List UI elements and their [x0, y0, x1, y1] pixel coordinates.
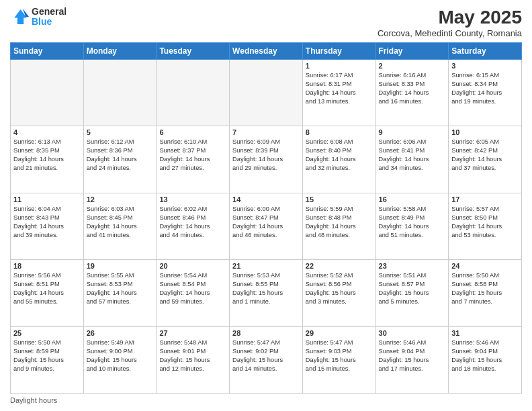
calendar-cell: 1Sunrise: 6:17 AMSunset: 8:31 PMDaylight… [302, 60, 375, 126]
calendar-cell: 7Sunrise: 6:09 AMSunset: 8:39 PMDaylight… [230, 126, 303, 193]
day-number: 9 [379, 128, 446, 136]
day-number: 3 [451, 62, 519, 70]
calendar-cell: 21Sunrise: 5:53 AMSunset: 8:55 PMDayligh… [230, 260, 303, 326]
calendar-cell: 27Sunrise: 5:48 AMSunset: 9:01 PMDayligh… [157, 326, 230, 393]
day-info: Sunrise: 6:16 AMSunset: 8:33 PMDaylight:… [379, 71, 446, 106]
calendar-cell: 8Sunrise: 6:08 AMSunset: 8:40 PMDaylight… [302, 126, 375, 193]
day-number: 28 [232, 329, 300, 337]
calendar-week-row: 1Sunrise: 6:17 AMSunset: 8:31 PMDaylight… [11, 60, 522, 126]
day-number: 31 [451, 329, 519, 337]
day-info: Sunrise: 5:58 AMSunset: 8:49 PMDaylight:… [379, 205, 446, 240]
calendar-cell: 14Sunrise: 6:00 AMSunset: 8:47 PMDayligh… [230, 193, 303, 259]
day-number: 24 [451, 262, 519, 270]
calendar-cell: 3Sunrise: 6:15 AMSunset: 8:34 PMDaylight… [449, 60, 522, 126]
calendar-cell: 31Sunrise: 5:46 AMSunset: 9:04 PMDayligh… [449, 326, 522, 393]
day-info: Sunrise: 5:55 AMSunset: 8:53 PMDaylight:… [87, 271, 154, 306]
calendar-cell: 6Sunrise: 6:10 AMSunset: 8:37 PMDaylight… [157, 126, 230, 193]
day-number: 14 [232, 195, 300, 203]
calendar-cell: 17Sunrise: 5:57 AMSunset: 8:50 PMDayligh… [449, 193, 522, 259]
dow-header: Sunday [11, 43, 84, 60]
day-info: Sunrise: 6:12 AMSunset: 8:36 PMDaylight:… [87, 138, 154, 173]
day-info: Sunrise: 5:49 AMSunset: 9:00 PMDaylight:… [87, 338, 154, 373]
day-info: Sunrise: 5:46 AMSunset: 9:04 PMDaylight:… [379, 338, 446, 373]
logo: General Blue [10, 7, 66, 28]
day-info: Sunrise: 5:46 AMSunset: 9:04 PMDaylight:… [451, 338, 519, 373]
day-info: Sunrise: 6:17 AMSunset: 8:31 PMDaylight:… [306, 71, 373, 106]
calendar-cell: 25Sunrise: 5:50 AMSunset: 8:59 PMDayligh… [11, 326, 84, 393]
day-number: 6 [159, 128, 226, 136]
day-number: 30 [379, 329, 446, 337]
day-info: Sunrise: 6:04 AMSunset: 8:43 PMDaylight:… [13, 205, 81, 240]
header: General Blue May 2025 Corcova, Mehedinti… [10, 7, 522, 38]
dow-header: Wednesday [230, 43, 303, 60]
location: Corcova, Mehedinti County, Romania [378, 28, 522, 38]
day-info: Sunrise: 6:05 AMSunset: 8:42 PMDaylight:… [451, 138, 519, 173]
day-info: Sunrise: 5:54 AMSunset: 8:54 PMDaylight:… [159, 271, 226, 306]
day-info: Sunrise: 5:59 AMSunset: 8:48 PMDaylight:… [306, 205, 373, 240]
calendar-cell: 18Sunrise: 5:56 AMSunset: 8:51 PMDayligh… [11, 260, 84, 326]
calendar-week-row: 18Sunrise: 5:56 AMSunset: 8:51 PMDayligh… [11, 260, 522, 326]
calendar: SundayMondayTuesdayWednesdayThursdayFrid… [10, 42, 522, 394]
day-number: 22 [306, 262, 373, 270]
day-number: 20 [159, 262, 226, 270]
calendar-week-row: 25Sunrise: 5:50 AMSunset: 8:59 PMDayligh… [11, 326, 522, 393]
day-number: 2 [379, 62, 446, 70]
day-info: Sunrise: 6:13 AMSunset: 8:35 PMDaylight:… [13, 138, 81, 173]
calendar-cell: 20Sunrise: 5:54 AMSunset: 8:54 PMDayligh… [157, 260, 230, 326]
calendar-cell: 29Sunrise: 5:47 AMSunset: 9:03 PMDayligh… [302, 326, 375, 393]
calendar-cell: 10Sunrise: 6:05 AMSunset: 8:42 PMDayligh… [449, 126, 522, 193]
dow-header: Saturday [449, 43, 522, 60]
calendar-cell [11, 60, 84, 126]
calendar-body: 1Sunrise: 6:17 AMSunset: 8:31 PMDaylight… [11, 60, 522, 394]
calendar-cell: 11Sunrise: 6:04 AMSunset: 8:43 PMDayligh… [11, 193, 84, 259]
day-number: 12 [87, 195, 154, 203]
day-info: Sunrise: 5:53 AMSunset: 8:55 PMDaylight:… [232, 271, 300, 306]
calendar-cell: 15Sunrise: 5:59 AMSunset: 8:48 PMDayligh… [302, 193, 375, 259]
day-info: Sunrise: 5:51 AMSunset: 8:57 PMDaylight:… [379, 271, 446, 306]
day-info: Sunrise: 5:50 AMSunset: 8:59 PMDaylight:… [13, 338, 81, 373]
dow-header: Monday [83, 43, 157, 60]
calendar-cell: 5Sunrise: 6:12 AMSunset: 8:36 PMDaylight… [83, 126, 157, 193]
day-info: Sunrise: 6:09 AMSunset: 8:39 PMDaylight:… [232, 138, 300, 173]
day-number: 25 [13, 329, 81, 337]
calendar-cell [83, 60, 157, 126]
day-number: 26 [87, 329, 154, 337]
calendar-cell: 13Sunrise: 6:02 AMSunset: 8:46 PMDayligh… [157, 193, 230, 259]
calendar-cell: 9Sunrise: 6:06 AMSunset: 8:41 PMDaylight… [375, 126, 449, 193]
calendar-cell: 23Sunrise: 5:51 AMSunset: 8:57 PMDayligh… [375, 260, 449, 326]
day-info: Sunrise: 6:02 AMSunset: 8:46 PMDaylight:… [159, 205, 226, 240]
day-info: Sunrise: 6:06 AMSunset: 8:41 PMDaylight:… [379, 138, 446, 173]
daylight-label: Daylight hours [10, 396, 57, 404]
calendar-cell: 28Sunrise: 5:47 AMSunset: 9:02 PMDayligh… [230, 326, 303, 393]
calendar-cell [157, 60, 230, 126]
day-number: 29 [306, 329, 373, 337]
footer: Daylight hours [10, 396, 522, 404]
day-number: 21 [232, 262, 300, 270]
calendar-cell: 26Sunrise: 5:49 AMSunset: 9:00 PMDayligh… [83, 326, 157, 393]
day-info: Sunrise: 6:10 AMSunset: 8:37 PMDaylight:… [159, 138, 226, 173]
calendar-week-row: 11Sunrise: 6:04 AMSunset: 8:43 PMDayligh… [11, 193, 522, 259]
day-number: 7 [232, 128, 300, 136]
calendar-cell: 22Sunrise: 5:52 AMSunset: 8:56 PMDayligh… [302, 260, 375, 326]
day-number: 15 [306, 195, 373, 203]
day-info: Sunrise: 5:57 AMSunset: 8:50 PMDaylight:… [451, 205, 519, 240]
day-info: Sunrise: 5:50 AMSunset: 8:58 PMDaylight:… [451, 271, 519, 306]
day-of-week-row: SundayMondayTuesdayWednesdayThursdayFrid… [11, 43, 522, 60]
day-info: Sunrise: 6:15 AMSunset: 8:34 PMDaylight:… [451, 71, 519, 106]
day-info: Sunrise: 5:47 AMSunset: 9:03 PMDaylight:… [306, 338, 373, 373]
calendar-cell: 16Sunrise: 5:58 AMSunset: 8:49 PMDayligh… [375, 193, 449, 259]
day-number: 13 [159, 195, 226, 203]
logo-icon [10, 7, 29, 26]
day-number: 11 [13, 195, 81, 203]
calendar-cell: 4Sunrise: 6:13 AMSunset: 8:35 PMDaylight… [11, 126, 84, 193]
day-number: 23 [379, 262, 446, 270]
calendar-cell: 12Sunrise: 6:03 AMSunset: 8:45 PMDayligh… [83, 193, 157, 259]
title-block: May 2025 Corcova, Mehedinti County, Roma… [378, 7, 522, 38]
day-number: 4 [13, 128, 81, 136]
day-number: 18 [13, 262, 81, 270]
calendar-cell: 30Sunrise: 5:46 AMSunset: 9:04 PMDayligh… [375, 326, 449, 393]
logo-blue: Blue [32, 16, 52, 27]
day-number: 5 [87, 128, 154, 136]
day-number: 27 [159, 329, 226, 337]
logo-text: General Blue [32, 7, 66, 28]
